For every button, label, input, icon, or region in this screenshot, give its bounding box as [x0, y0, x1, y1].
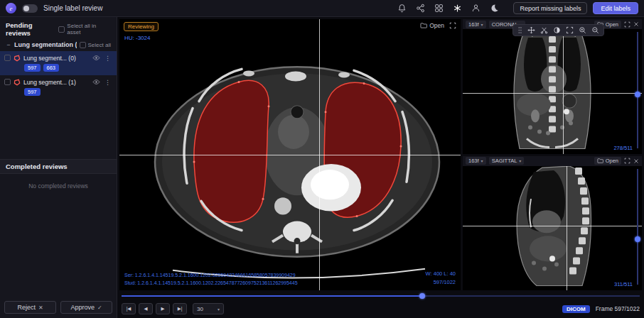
- frame-count-dropdown[interactable]: 163f▾: [466, 157, 486, 165]
- close-icon[interactable]: [633, 158, 639, 164]
- pending-reviews-title: Pending reviews: [6, 21, 58, 37]
- next-frame-button[interactable]: ▶: [156, 303, 170, 314]
- collapse-icon[interactable]: −: [6, 41, 11, 48]
- select-all-in-asset-checkbox[interactable]: [58, 26, 65, 33]
- share-icon[interactable]: [416, 4, 425, 13]
- sagittal-viewport[interactable]: 163f▾ SAGITTAL▾ Open 311/51: [463, 156, 642, 291]
- sagittal-ct-image: [463, 156, 642, 291]
- approve-button[interactable]: Approve ✓: [60, 301, 112, 314]
- coronal-crosshair-vertical[interactable]: [563, 19, 564, 154]
- bell-icon[interactable]: [397, 4, 407, 13]
- item-menu-kebab-icon[interactable]: ⋮: [103, 79, 112, 86]
- slider-track: [637, 32, 638, 148]
- review-sidebar: Pending reviews Select all in asset − Lu…: [0, 17, 117, 318]
- select-all-checkbox[interactable]: [80, 42, 86, 48]
- pan-tool-icon[interactable]: [527, 26, 535, 34]
- drag-handle-icon[interactable]: [517, 26, 522, 34]
- fullscreen-icon[interactable]: [624, 21, 630, 28]
- frame-timeline-slider[interactable]: [120, 292, 641, 300]
- coronal-crosshair-horizontal[interactable]: [463, 93, 642, 94]
- study-uid: Stud: 1.2.6.1.4.1.14519.5.2.1.1600.1202.…: [124, 279, 298, 287]
- playback-bar: |◀ ◀ ▶ ▶| 30 ▾ DICOM Frame 597/1022: [117, 300, 644, 318]
- slider-track: [637, 169, 638, 285]
- review-actions: Reject ✕ Approve ✓: [0, 297, 117, 318]
- review-item-1-badges: 597: [24, 88, 112, 96]
- visibility-eye-icon[interactable]: [92, 78, 100, 86]
- close-icon[interactable]: [633, 21, 639, 27]
- reject-button[interactable]: Reject ✕: [4, 301, 56, 314]
- review-item-0[interactable]: Lung segment... (0) ⋮ 597 663: [0, 51, 117, 75]
- coronal-viewport[interactable]: 163f▾ CORONAL▾ Open: [463, 19, 642, 154]
- coronal-ct-image: [463, 19, 642, 154]
- folder-icon: [420, 22, 427, 29]
- coronal-slice-slider[interactable]: [635, 32, 640, 148]
- plane-value: SAGITTAL: [492, 158, 517, 164]
- visibility-eye-icon[interactable]: [92, 54, 100, 62]
- fullscreen-icon[interactable]: [624, 158, 630, 164]
- timeline-thumb[interactable]: [419, 293, 425, 299]
- frame-badge[interactable]: 663: [43, 64, 60, 72]
- label-group-row[interactable]: − Lung segmentation (2) Select all: [0, 39, 117, 51]
- sagittal-header: 163f▾ SAGITTAL▾ Open: [463, 156, 642, 166]
- viewports-row: Reviewing HU: -3024 Open Ser: 1.2.6.1.4.…: [117, 17, 644, 292]
- page-title: Single label review: [43, 4, 102, 12]
- plane-dropdown[interactable]: SAGITTAL▾: [489, 157, 525, 165]
- axial-viewport[interactable]: Reviewing HU: -3024 Open Ser: 1.2.6.1.4.…: [119, 19, 461, 290]
- sagittal-crosshair-horizontal[interactable]: [463, 226, 642, 226]
- sagittal-slice-slider[interactable]: [635, 169, 640, 285]
- zoom-in-icon[interactable]: [579, 26, 586, 34]
- fullscreen-icon[interactable]: [449, 22, 456, 29]
- apps-grid-icon[interactable]: [434, 4, 444, 13]
- open-asset-button[interactable]: Open: [420, 22, 444, 29]
- asterisk-icon[interactable]: [453, 4, 462, 13]
- review-item-0-badges: 597 663: [24, 64, 112, 72]
- review-item-0-label: Lung segment... (0): [23, 55, 90, 62]
- viewer-toolbar: [512, 24, 604, 36]
- contrast-icon[interactable]: [553, 26, 561, 34]
- user-icon[interactable]: [471, 4, 481, 13]
- axial-frame-position: 597/1022: [426, 278, 456, 287]
- fullscreen-icon[interactable]: [566, 26, 574, 34]
- window-level-overlay: W: 400 L: 40 597/1022: [426, 270, 456, 287]
- slider-thumb[interactable]: [635, 236, 640, 242]
- select-all[interactable]: Select all: [80, 42, 111, 48]
- chevron-down-icon: ▾: [218, 307, 220, 312]
- frame-badge[interactable]: 597: [24, 64, 41, 72]
- skip-last-frame-button[interactable]: ▶|: [173, 303, 187, 314]
- dicom-badge: DICOM: [562, 305, 590, 313]
- app-logo-icon[interactable]: e: [6, 3, 16, 13]
- frame-badge[interactable]: 597: [24, 88, 41, 96]
- open-panel-button[interactable]: Open: [594, 157, 621, 165]
- scissors-icon[interactable]: [540, 26, 548, 34]
- folder-icon: [597, 158, 603, 164]
- slider-thumb[interactable]: [635, 92, 640, 97]
- timeline-fill: [122, 295, 424, 297]
- axial-crosshair-horizontal[interactable]: [119, 155, 461, 155]
- reviewing-status-badge: Reviewing: [124, 22, 159, 31]
- chevron-down-icon: ▾: [481, 22, 483, 27]
- select-all-in-asset[interactable]: Select all in asset: [58, 23, 111, 35]
- topbar-icons: [397, 4, 499, 13]
- completed-reviews-header[interactable]: Completed reviews: [0, 159, 117, 174]
- segmentation-class-icon: [14, 55, 21, 62]
- zoom-out-icon[interactable]: [591, 26, 599, 34]
- frame-count-dropdown[interactable]: 163f▾: [466, 21, 486, 28]
- fps-dropdown[interactable]: 30 ▾: [193, 303, 224, 314]
- review-item-0-checkbox[interactable]: [4, 55, 11, 61]
- item-menu-kebab-icon[interactable]: ⋮: [103, 55, 112, 62]
- review-item-1[interactable]: Lung segment... (1) ⋮ 597: [0, 75, 117, 99]
- sagittal-position-label: 311/511: [614, 281, 633, 287]
- dicom-uid-overlay: Ser: 1.2.6.1.4.1.14519.5.2.1.1600.1202.3…: [124, 271, 298, 287]
- review-mode-toggle[interactable]: [22, 4, 38, 13]
- skip-first-frame-button[interactable]: |◀: [122, 303, 136, 314]
- review-item-1-checkbox[interactable]: [4, 79, 11, 85]
- edit-labels-button[interactable]: Edit labels: [593, 2, 638, 14]
- select-all-in-asset-label: Select all in asset: [67, 23, 111, 35]
- previous-frame-button[interactable]: ◀: [139, 303, 153, 314]
- moon-icon[interactable]: [490, 4, 499, 13]
- main-body: Pending reviews Select all in asset − Lu…: [0, 17, 644, 318]
- sagittal-crosshair-vertical[interactable]: [567, 156, 567, 291]
- report-missing-labels-button[interactable]: Report missing labels: [513, 2, 587, 14]
- axial-header-actions: Open: [420, 22, 456, 29]
- review-item-1-label: Lung segment... (1): [23, 79, 90, 86]
